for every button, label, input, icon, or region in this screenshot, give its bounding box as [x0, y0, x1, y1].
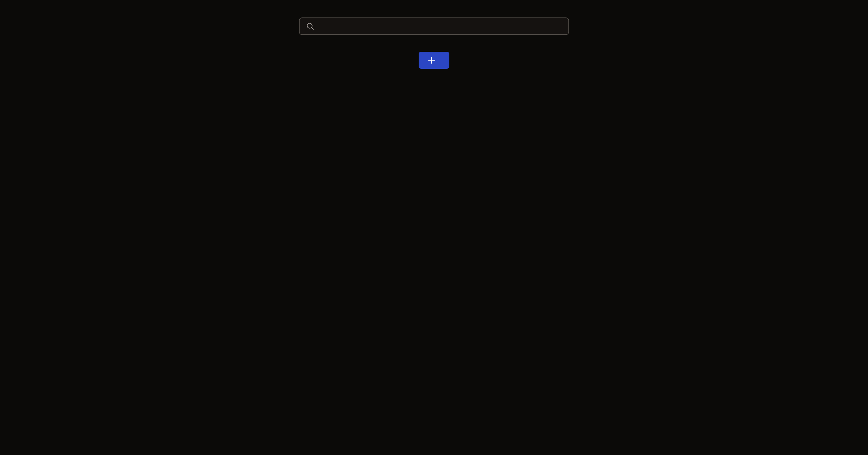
search-icon [306, 22, 315, 31]
search-bar[interactable] [299, 18, 569, 35]
create-study-group-button[interactable] [418, 52, 450, 69]
search-input[interactable] [320, 22, 562, 31]
plus-icon [427, 56, 436, 65]
study-groups-page [0, 18, 868, 84]
